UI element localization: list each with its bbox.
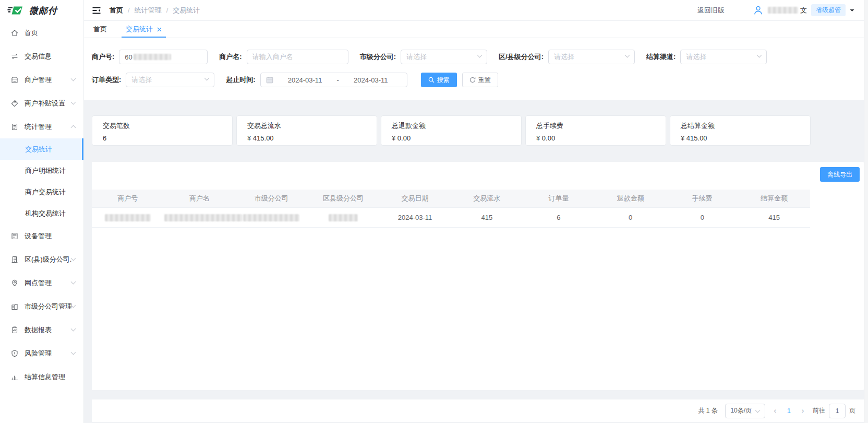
sidebar-item-district-branch[interactable]: 区(县)级分公司... [0,248,83,271]
column-header-orders: 订单量 [523,190,595,207]
filter-order-type: 订单类型: 请选择 [92,73,214,87]
tab-home[interactable]: 首页 [92,21,108,38]
chevron-down-icon [71,76,76,81]
breadcrumb-separator: / [128,6,130,14]
redacted-district-branch [329,214,358,221]
stat-label: 总结算金额 [681,121,800,131]
filter-date-range: 起止时间: 2024-03-11 - 2024-03-11 [226,73,407,87]
district-branch-label: 区/县级分公司: [499,52,544,62]
stat-value: ¥ 0.00 [536,134,655,142]
stat-card-total-flow: 交易总流水 ¥ 415.00 [236,115,377,146]
topbar: 首页 / 统计管理 / 交易统计 返回旧版 文 省级超管 [84,0,864,21]
merchant-no-redacted [134,54,171,60]
content-area: 交易笔数 6 交易总流水 ¥ 415.00 总退款金额 ¥ 0.00 总手续费 … [84,100,864,423]
offline-export-button[interactable]: 离线导出 [820,167,860,182]
order-type-select[interactable]: 请选择 [126,73,214,87]
goto-page-input[interactable] [829,404,846,418]
merchant-name-input[interactable]: 请输入商户名 [247,50,348,64]
user-menu[interactable]: 文 省级超管 [753,4,854,16]
sidebar-item-label: 交易信息 [25,52,75,61]
location-pin-icon [10,279,19,287]
stat-card-total-refund: 总退款金额 ¥ 0.00 [381,115,522,146]
shield-warning-icon [10,349,19,358]
role-badge: 省级超管 [811,4,846,16]
breadcrumb: 首页 / 统计管理 / 交易统计 [110,6,200,15]
home-icon [10,29,19,37]
tab-transaction-stats[interactable]: 交易统计 [125,21,163,38]
chevron-up-icon [71,125,76,131]
breadcrumb-statistics[interactable]: 统计管理 [135,6,162,15]
city-branch-select[interactable]: 请选择 [401,50,487,64]
sidebar-item-merchant-mgmt[interactable]: 商户管理 [0,68,83,91]
filter-panel: 商户号: 60 商户名: 请输入商户名 市级分公司: 请选择 [84,38,864,100]
merchant-name-placeholder: 请输入商户名 [252,52,293,62]
breadcrumb-current: 交易统计 [173,6,200,15]
date-range-picker[interactable]: 2024-03-11 - 2024-03-11 [260,73,407,87]
end-date-value[interactable]: 2024-03-11 [340,76,402,84]
sidebar-subitem-transaction-stats[interactable]: 交易统计 [0,138,83,160]
district-branch-select[interactable]: 请选择 [548,50,635,64]
close-icon[interactable] [157,27,162,32]
sidebar-subitem-merchant-detail-stats[interactable]: 商户明细统计 [0,160,83,181]
current-page-number[interactable]: 1 [785,407,793,415]
column-header-district-branch: 区县级分公司 [307,190,379,207]
sidebar-item-settlement-info-mgmt[interactable]: 结算信息管理 [0,365,83,389]
prev-page-button[interactable]: ‹ [773,406,778,416]
search-button[interactable]: 搜索 [421,73,457,87]
bar-chart-icon [10,373,19,381]
sidebar-item-label: 数据报表 [25,325,71,335]
back-to-old-version-link[interactable]: 返回旧版 [697,6,725,15]
stat-label: 交易笔数 [103,121,222,131]
exchange-arrows-icon [10,52,19,61]
sidebar: 微邮付 首页 交易信息 商户管理 商户补贴设置 [0,0,84,423]
cell-settlement: 415 [738,207,810,227]
sidebar-item-data-reports[interactable]: 数据报表 [0,318,83,342]
next-page-button[interactable]: › [800,406,805,416]
start-date-value[interactable]: 2024-03-11 [274,76,336,84]
goto-label: 前往 [813,406,825,415]
sidebar-item-outlet-mgmt[interactable]: 网点管理 [0,271,83,295]
sidebar-item-city-branch-mgmt[interactable]: 市级分公司管理 [0,295,83,318]
column-header-fee: 手续费 [667,190,739,207]
city-branch-placeholder: 请选择 [406,52,427,62]
sidebar-item-statistics-mgmt[interactable]: 统计管理 [0,115,83,138]
topbar-right: 返回旧版 文 省级超管 [697,4,854,16]
stat-card-total-fee: 总手续费 ¥ 0.00 [525,115,666,146]
sidebar-item-transactions[interactable]: 交易信息 [0,44,83,68]
merchant-no-input[interactable]: 60 [119,50,208,64]
sidebar-subitem-merchant-transaction-stats[interactable]: 商户交易统计 [0,181,83,203]
cell-orders: 6 [523,207,595,227]
filter-merchant-no: 商户号: 60 [92,50,208,64]
chevron-down-icon [71,279,76,285]
search-button-label: 搜索 [437,76,450,85]
results-card: 离线导出 商户号 商户名 市级分公司 区县级分公司 交易日期 交易流水 订单量 … [92,162,864,390]
sidebar-subitem-institution-transaction-stats[interactable]: 机构交易统计 [0,203,83,224]
sidebar-item-label: 商户补贴设置 [25,99,71,108]
breadcrumb-home[interactable]: 首页 [110,6,123,15]
search-icon [428,77,435,83]
redacted-city-branch [243,214,299,221]
page-size-value: 10条/页 [730,406,752,415]
sidebar-item-subsidy-settings[interactable]: 商户补贴设置 [0,91,83,115]
shop-icon [10,76,19,84]
sidebar-item-label: 区(县)级分公司... [25,255,71,264]
column-header-flow: 交易流水 [451,190,523,207]
collapse-sidebar-icon[interactable] [92,6,101,15]
stat-value: ¥ 415.00 [681,134,800,142]
stat-card-transaction-count: 交易笔数 6 [92,115,233,146]
cell-merchant-name [164,207,236,227]
cell-merchant-no [92,207,164,227]
page-size-select[interactable]: 10条/页 [725,404,765,418]
goto-page-group: 前往 页 [813,404,855,418]
reset-button[interactable]: 重置 [462,73,498,87]
settlement-channel-select[interactable]: 请选择 [680,50,767,64]
sidebar-item-device-mgmt[interactable]: 设备管理 [0,224,83,248]
filter-city-branch: 市级分公司: 请选择 [360,50,487,64]
report-clipboard-icon [10,326,19,334]
caret-down-icon[interactable] [850,9,854,12]
vertical-scrollbar[interactable] [864,0,868,423]
sidebar-item-home[interactable]: 首页 [0,21,83,44]
table-header-row: 商户号 商户名 市级分公司 区县级分公司 交易日期 交易流水 订单量 退款金额 … [92,190,810,207]
sidebar-item-risk-mgmt[interactable]: 风险管理 [0,342,83,365]
sidebar-item-label: 结算信息管理 [25,372,75,382]
